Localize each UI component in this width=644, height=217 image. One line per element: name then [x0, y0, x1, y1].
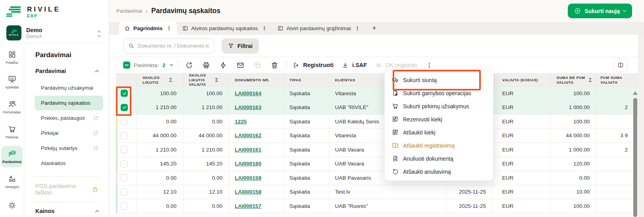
row-checkbox[interactable] [121, 104, 128, 111]
nav-rail-item[interactable]: Pardavimai [1, 146, 23, 167]
vertical-scrollbar[interactable] [632, 88, 638, 217]
more-actions-button[interactable]: ⋮ [424, 61, 435, 69]
nav-rail-label: Atsargos [5, 185, 19, 189]
tab-pagrindinis[interactable]: Pagrindinis ⋮ [119, 22, 177, 35]
header-skolos-likutis-valiuta[interactable]: SKOLOS LIKUTIS VALIUTAΣ [183, 74, 229, 86]
context-menu-item[interactable]: Atšaukti anuliavimą [385, 165, 493, 178]
sum-icon[interactable]: Σ [215, 77, 219, 83]
submenu-item-pardavimu-uzsakymai[interactable]: Pardavimų užsakymai [35, 81, 103, 95]
table-row[interactable]: 0.00 0.00 LAI000157 Sąskaita UAB "Ruonis… [116, 199, 638, 213]
isaf-button[interactable]: i.SAF [340, 62, 368, 69]
submenu-group-pardavimai[interactable]: Pardavimai [30, 68, 103, 74]
breadcrumb-parent[interactable]: Pardavimai [116, 8, 142, 14]
table-row[interactable]: 100.00 100.00 LAI000164 Sąskaita Vitares… [116, 86, 638, 101]
company-selector[interactable]: RIVILE Demo DemoX [0, 21, 109, 46]
header-pvm-suma[interactable]: PVM SUMA VALIUTA [596, 74, 638, 86]
tab-menu-icon[interactable]: ⋮ [261, 25, 267, 31]
header-tipas[interactable]: TIPAS [284, 74, 330, 86]
row-checkbox[interactable] [121, 146, 128, 153]
submenu-item-ataskaitos[interactable]: Ataskaitos [35, 156, 103, 171]
refresh-button[interactable] [183, 59, 195, 71]
search-box[interactable] [123, 38, 214, 54]
menu-item-icon [392, 77, 399, 83]
submenu-group-kainos[interactable]: Kainos [30, 208, 103, 214]
document-link[interactable]: LAI000157 [235, 203, 261, 209]
selection-dropdown[interactable]: Pasirinkta: 2 [123, 61, 173, 69]
document-link[interactable]: LAI000164 [235, 90, 261, 96]
print-button[interactable] [201, 59, 212, 71]
document-link[interactable]: LAI000158 [235, 189, 261, 195]
document-link[interactable]: LAI000163 [235, 104, 261, 110]
context-menu-item[interactable]: Sukurti gamybos operacijas [385, 86, 493, 100]
context-menu-item[interactable]: Sukurti pirkimų užsakymus [385, 100, 493, 113]
rivile-logo-icon [6, 6, 22, 17]
document-link[interactable]: LAI000162 [235, 133, 261, 138]
tab-menu-icon[interactable]: ⋮ [166, 25, 172, 31]
scrollbar-thumb[interactable] [633, 98, 637, 217]
nav-rail-item[interactable]: Pirkimai [1, 121, 23, 143]
table-row[interactable]: 145.20 145.20 LAI000160 Sąskaita UAB Vas… [116, 157, 638, 171]
table-row[interactable]: 0.00 0.00 1225 Sąskaita UAB Kalėdų Senis… [116, 115, 638, 129]
tab-atviri-pardavimu-grazinimai[interactable]: Atviri pardavimų grąžinimai ⋮ [272, 22, 365, 35]
search-input[interactable] [138, 43, 209, 49]
table-row[interactable]: 44 000.00 44 000.00 LAI000162 Sąskaita V… [116, 129, 638, 143]
context-menu-item[interactable]: Atšaukti kiekį [385, 126, 493, 139]
submenu-item-pardavimu-saskaitos[interactable]: Pardavimų sąskaitos [35, 96, 103, 110]
create-new-button[interactable]: Sukurti naują [568, 4, 632, 18]
chevron-down-icon [623, 8, 626, 12]
sum-icon[interactable]: Σ [169, 77, 173, 83]
row-checkbox[interactable] [121, 132, 128, 139]
quick-action-button[interactable] [218, 59, 229, 71]
context-menu-item[interactable]: Atšaukti registravimą [385, 139, 493, 152]
row-checkbox[interactable] [121, 160, 128, 167]
document-link[interactable]: 1225 [235, 119, 247, 125]
table-row[interactable]: 12.10 12.10 LAI000158 Sąskaita Test.lv 2… [116, 185, 638, 200]
sum-icon[interactable]: Σ [589, 77, 592, 83]
context-menu-item[interactable]: Sukurti siuntą [385, 73, 493, 86]
submenu-item-prekes-paslaugos[interactable]: Prekės, paslaugos [35, 111, 103, 125]
header-skolos-likutis[interactable]: SKOLOS LIKUTISΣ [137, 74, 183, 86]
table-row[interactable]: 1 210.00 1 210.00 LAI000161 Sąskaita UAB… [116, 143, 638, 157]
scroll-up-arrow-icon[interactable] [633, 91, 638, 95]
document-link[interactable]: LAI000159 [235, 175, 261, 181]
tab-atviros-pardavimu-saskaitos[interactable]: Atviros pardavimų sąskaitos ⋮ [177, 22, 272, 35]
delete-button[interactable] [269, 59, 281, 71]
document-link[interactable]: LAI000160 [235, 161, 261, 167]
row-checkbox[interactable] [121, 118, 128, 125]
context-menu-item[interactable]: Anuliuoti dokumentą [385, 152, 493, 165]
row-checkbox[interactable] [121, 174, 128, 181]
document-link[interactable]: LAI000161 [235, 147, 261, 153]
email-button[interactable] [235, 59, 247, 71]
company-switch-icon[interactable] [98, 30, 103, 36]
cell-pvm-suma [596, 115, 638, 129]
header-suma-be-pvm[interactable]: SUMA BE PVM VALIUTAΣ [551, 74, 597, 86]
nav-rail-item[interactable]: Atsargos [1, 171, 23, 192]
nav-rail-item[interactable] [1, 196, 23, 217]
submenu-item-pirkejai[interactable]: Pirkėjai [35, 126, 103, 140]
nav-rail-item[interactable]: Personalas [1, 96, 23, 118]
table-row[interactable]: 1 210.00 1 210.00 LAI000163 Sąskaita UAB… [116, 101, 638, 115]
header-dokumento-nr[interactable]: DOKUMENTO NR. [229, 74, 284, 86]
table-row[interactable]: 0.00 0.00 LAI000159 Sąskaita UAB Pavasar… [116, 171, 638, 185]
submenu-item-pos-locked[interactable]: POS pardavimo taškas [30, 182, 103, 196]
register-button[interactable]: Registruoti [291, 62, 335, 69]
column-settings-button[interactable] [613, 58, 628, 72]
select-all-checkbox[interactable] [123, 61, 130, 69]
context-menu-item[interactable]: Rezervuoti kiekį [385, 113, 493, 126]
row-checkbox[interactable] [121, 202, 128, 209]
row-status-stripe [116, 101, 118, 115]
nav-rail-item[interactable]: Apskaita [1, 72, 23, 93]
row-status-stripe [116, 143, 118, 157]
nav-rail-item[interactable]: Pradžia [1, 47, 23, 68]
row-checkbox[interactable] [121, 90, 128, 97]
header-valiuta-kodas[interactable]: VALIUTA (KODAS) [493, 74, 551, 86]
add-tab-button[interactable]: + [365, 22, 384, 35]
nav-rail-icon [8, 175, 16, 183]
filters-button[interactable]: Filtrai [222, 38, 259, 54]
brand-sub: ERP [27, 14, 61, 18]
row-checkbox[interactable] [121, 188, 128, 196]
cell-checkbox [116, 185, 137, 199]
submenu-item-pirkeju-sutartys[interactable]: Pirkėjų sutartys [35, 141, 103, 156]
tab-menu-icon[interactable]: ⋮ [354, 25, 360, 31]
layout-icon [278, 25, 283, 31]
